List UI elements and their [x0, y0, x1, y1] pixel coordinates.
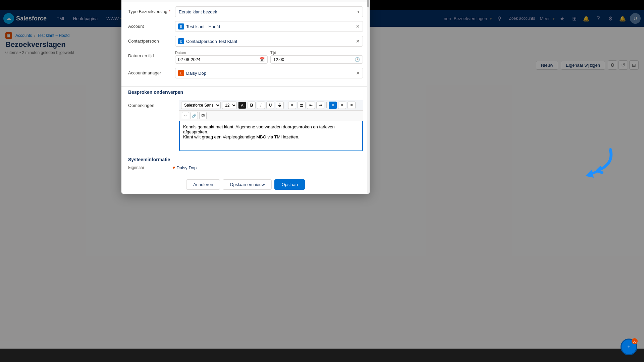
- sys-title: Systeeminformatie: [128, 157, 363, 162]
- datum-input[interactable]: [178, 57, 257, 62]
- cancel-button[interactable]: Annuleren: [186, 179, 220, 190]
- toolbar-separator-1: [286, 102, 286, 108]
- account-icon: B: [178, 23, 184, 29]
- main-content: 📋 Accounts › Test klant – Hoofd Bezoekve…: [0, 27, 644, 349]
- align-left-button[interactable]: ≡: [329, 102, 337, 109]
- tijd-input[interactable]: [273, 57, 353, 62]
- account-label: Account: [128, 21, 175, 29]
- accountmanager-icon: D: [178, 70, 184, 76]
- save-new-button[interactable]: Opslaan en nieuw: [223, 179, 272, 190]
- contact-icon: B: [178, 38, 184, 44]
- align-center-button[interactable]: ≡: [338, 102, 346, 109]
- strikethrough-button[interactable]: S: [276, 102, 284, 109]
- contact-value: Contactpersoon Test Klant: [186, 39, 354, 44]
- form-row-type: Type Bezoekverslag Eerste klant bezoek ▾: [128, 6, 363, 17]
- link-button[interactable]: 🔗: [191, 112, 198, 119]
- content-line1: Kennis gemaakt met klant. Algemene voorw…: [183, 124, 359, 134]
- account-field: B Test klant - Hoofd ✕ ↺: [175, 21, 363, 32]
- besproken-section-header: Besproken onderwerpen: [121, 86, 370, 98]
- contact-label: Contactpersoon: [128, 36, 175, 44]
- content-line2: Klant wilt graag een Verpleegkundige MBO…: [183, 134, 359, 139]
- date-time-row: Datum 📅 Tijd: [175, 51, 363, 64]
- opmerkingen-label: Opmerkingen: [128, 100, 175, 108]
- accountmanager-clear-icon[interactable]: ✕: [356, 70, 360, 76]
- opmerkingen-row: Opmerkingen ↺ Salesforce Sans 12: [121, 98, 370, 154]
- form-row-accountmanager: Accountmanager D Daisy Dop ✕ ↺: [128, 68, 363, 78]
- heart-icon: ♥: [172, 165, 175, 170]
- blue-arrow-annotation: [567, 144, 617, 186]
- rte-content[interactable]: Kennis gemaakt met klant. Algemene voorw…: [179, 121, 363, 151]
- rte-toolbar: Salesforce Sans 12 A B I U S: [179, 100, 363, 111]
- italic-button[interactable]: I: [257, 102, 265, 109]
- form-row-account: Account B Test klant - Hoofd ✕ ↺: [128, 21, 363, 32]
- modal-scrollbar[interactable]: [367, 0, 370, 194]
- clock-icon[interactable]: 🕐: [355, 57, 360, 62]
- eigenaar-label: Eigenaar: [128, 165, 168, 170]
- bold-button[interactable]: B: [248, 102, 256, 109]
- contact-clear-icon[interactable]: ✕: [356, 39, 360, 44]
- datetime-label: Datum en tijd: [128, 51, 175, 58]
- image-button[interactable]: 🖼: [199, 112, 207, 119]
- type-field: Eerste klant bezoek ▾: [175, 6, 363, 17]
- type-dropdown-icon: ▾: [358, 10, 359, 14]
- accountmanager-lookup[interactable]: D Daisy Dop ✕: [175, 68, 363, 78]
- unordered-list-button[interactable]: ≡: [288, 102, 296, 109]
- align-right-button[interactable]: ≡: [347, 102, 356, 109]
- toolbar-separator-2: [326, 102, 327, 108]
- font-size-select[interactable]: 12: [222, 102, 237, 109]
- tijd-label: Tijd: [270, 51, 363, 55]
- modal-footer: Annuleren Opslaan en nieuw Opslaan: [121, 175, 370, 194]
- undo-button[interactable]: ↩: [182, 112, 189, 119]
- datetime-field: Datum 📅 Tijd: [175, 51, 363, 64]
- accountmanager-label: Accountmanager: [128, 68, 175, 75]
- modal-scrollthumb[interactable]: [367, 0, 369, 7]
- accountmanager-field: D Daisy Dop ✕ ↺: [175, 68, 363, 78]
- sys-eigenaar-row: Eigenaar ♥ Daisy Dop: [128, 165, 363, 170]
- datum-label: Datum: [175, 51, 268, 55]
- form-section-type: Type Bezoekverslag Eerste klant bezoek ▾: [121, 2, 370, 86]
- datum-input-wrapper[interactable]: 📅: [175, 55, 268, 64]
- indent-more-button[interactable]: ⇥: [316, 102, 324, 109]
- eigenaar-value: ♥ Daisy Dop: [172, 165, 197, 170]
- account-lookup[interactable]: B Test klant - Hoofd ✕: [175, 21, 363, 32]
- ordered-list-button[interactable]: ≣: [298, 102, 306, 109]
- underline-button[interactable]: U: [266, 102, 274, 109]
- account-value: Test klant - Hoofd: [186, 24, 354, 29]
- help-plus-icon: +: [627, 344, 630, 350]
- sys-section: Systeeminformatie Eigenaar ♥ Daisy Dop: [121, 154, 370, 175]
- type-label: Type Bezoekverslag: [128, 6, 175, 14]
- modal-body: Type Bezoekverslag Eerste klant bezoek ▾: [121, 2, 370, 194]
- contact-field: B Contactpersoon Test Klant ✕ ↺: [175, 36, 363, 47]
- calendar-icon[interactable]: 📅: [259, 57, 265, 62]
- rte-mini-toolbar: ↩ 🔗 🖼: [179, 111, 363, 121]
- help-badge: 50: [632, 338, 638, 344]
- accountmanager-value: Daisy Dop: [186, 71, 354, 76]
- modal-dialog: ↺ × Type Bezoekverslag Eerste klant bezo: [121, 0, 370, 194]
- contact-lookup[interactable]: B Contactpersoon Test Klant ✕: [175, 36, 363, 47]
- font-family-select[interactable]: Salesforce Sans: [181, 102, 221, 109]
- left-panel: 📋 Accounts › Test klant – Hoofd Bezoekve…: [0, 27, 644, 349]
- form-row-contact: Contactpersoon B Contactpersoon Test Kla…: [128, 36, 363, 47]
- account-clear-icon[interactable]: ✕: [356, 24, 360, 29]
- form-row-datetime: Datum en tijd Datum 📅: [128, 51, 363, 64]
- type-select[interactable]: Eerste klant bezoek ▾: [175, 6, 363, 17]
- modal-overlay: ↺ × Type Bezoekverslag Eerste klant bezo: [0, 0, 644, 349]
- tijd-input-wrapper[interactable]: 🕐: [270, 55, 363, 64]
- help-button[interactable]: + 50: [621, 339, 637, 355]
- indent-less-button[interactable]: ⇤: [307, 102, 315, 109]
- color-button[interactable]: A: [238, 102, 246, 109]
- save-button[interactable]: Opslaan: [274, 179, 305, 190]
